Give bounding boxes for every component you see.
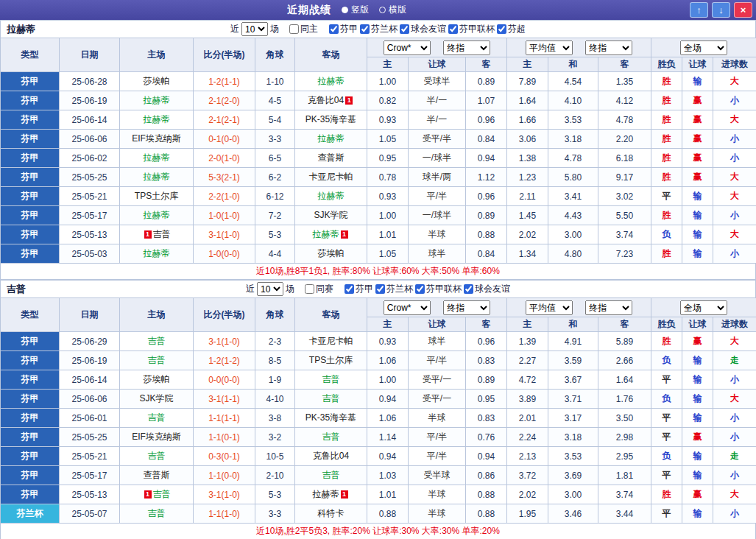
- recent-count-select[interactable]: 10: [257, 282, 283, 296]
- match-row: 芬甲25-05-03拉赫蒂1-0(0-0)4-4莎埃帕1.05球半0.841.3…: [1, 244, 756, 264]
- home-team-cell: 拉赫蒂: [120, 149, 194, 168]
- away-team-name: TPS土尔库: [309, 355, 353, 365]
- full-match-select[interactable]: 全场: [680, 300, 727, 315]
- handicap-cell: 一/球半: [409, 206, 466, 225]
- home-odds-cell: 1.05: [367, 244, 409, 264]
- league-checkbox[interactable]: [375, 284, 385, 294]
- league-cell: 芬甲: [1, 390, 60, 409]
- corners-cell: 3-3: [255, 130, 295, 149]
- score-cell: 1-1(1-0): [194, 504, 255, 524]
- handicap-cell: 半球: [409, 504, 466, 524]
- score-cell: 1-2(1-1): [194, 72, 255, 91]
- odds-source-select[interactable]: Crow*: [384, 40, 431, 55]
- close-icon: ×: [741, 5, 746, 15]
- away-team-cell: 拉赫蒂: [295, 72, 367, 91]
- final-index-select-2[interactable]: 终指: [585, 300, 632, 315]
- col-header-away: 客场: [295, 38, 367, 72]
- league-checkbox[interactable]: [448, 24, 458, 34]
- final-index-select-2[interactable]: 终指: [585, 40, 632, 55]
- league-filter[interactable]: 球会友谊: [464, 283, 510, 295]
- average-select[interactable]: 平均值: [526, 40, 573, 55]
- recent-count-select[interactable]: 10: [241, 22, 268, 36]
- home-team-name: EIF埃克纳斯: [132, 133, 181, 144]
- same-competition-filter[interactable]: 同赛: [305, 283, 333, 295]
- league-filter[interactable]: 芬甲联杯: [448, 23, 495, 35]
- handicap-cell: 受平/一: [409, 370, 466, 390]
- league-cell: 芬甲: [1, 409, 60, 428]
- league-checkbox[interactable]: [497, 24, 506, 34]
- move-up-button[interactable]: ↑: [690, 2, 708, 18]
- league-filter[interactable]: 芬甲联杯: [415, 283, 462, 295]
- result-handicap-cell: 赢: [682, 149, 713, 168]
- league-filter[interactable]: 芬超: [497, 23, 526, 35]
- same-venue-filter[interactable]: 同主: [289, 23, 318, 35]
- layout-radio-horizontal[interactable]: 横版: [379, 4, 406, 16]
- league-checkbox[interactable]: [329, 24, 339, 34]
- close-button[interactable]: ×: [734, 2, 752, 18]
- avg-away-cell: 3.74: [598, 225, 651, 244]
- down-arrow-icon: ↓: [718, 5, 724, 15]
- final-index-select[interactable]: 终指: [443, 300, 490, 315]
- league-filter[interactable]: 芬兰杯: [360, 23, 398, 35]
- result-wdl-cell: 平: [651, 409, 682, 428]
- result-wdl-cell: 平: [651, 370, 682, 390]
- league-filter[interactable]: 芬甲: [345, 283, 373, 295]
- away-team-name: 吉普: [322, 374, 340, 384]
- full-match-select[interactable]: 全场: [680, 40, 727, 55]
- league-checkbox[interactable]: [464, 284, 473, 294]
- league-filter[interactable]: 芬甲: [329, 23, 358, 35]
- home-team-name: 查普斯: [144, 470, 170, 480]
- away-team-cell: 克鲁比041: [295, 91, 367, 110]
- match-row: 芬兰杯25-05-07吉普1-1(1-0)3-3科特卡0.88半球0.881.9…: [1, 504, 756, 524]
- result-goals-cell: 大: [713, 390, 756, 409]
- away-team-name: 拉赫蒂: [318, 133, 345, 144]
- team-name: 吉普: [7, 283, 26, 296]
- home-team-name: 拉赫蒂: [144, 172, 170, 182]
- avg-draw-cell: 3.53: [548, 447, 598, 466]
- match-row: 芬甲25-06-02拉赫蒂2-0(1-0)6-5查普斯0.95一/球半0.941…: [1, 149, 756, 168]
- avg-draw-cell: 4.78: [548, 149, 598, 168]
- league-checkbox[interactable]: [345, 284, 354, 294]
- league-checkbox[interactable]: [360, 24, 370, 34]
- league-checkbox[interactable]: [400, 24, 409, 34]
- corners-cell: 2-10: [255, 466, 295, 485]
- team-section-lahti: 拉赫蒂 近 10 场 同主 芬甲芬兰杯球会友谊芬甲联杯芬超 类型 日期 主场 比…: [0, 20, 756, 280]
- home-team-cell: 吉普: [120, 409, 194, 428]
- average-select[interactable]: 平均值: [526, 300, 573, 315]
- league-cell: 芬甲: [1, 351, 60, 370]
- avg-away-cell: 2.66: [598, 351, 651, 370]
- result-wdl-cell: 平: [651, 428, 682, 447]
- league-filter[interactable]: 芬兰杯: [375, 283, 413, 295]
- away-team-cell: 卡亚尼卡帕: [295, 332, 367, 351]
- radio-vertical-label: 竖版: [351, 4, 369, 16]
- avg-draw-cell: 3.67: [548, 370, 598, 390]
- league-checkbox[interactable]: [415, 284, 425, 294]
- same-competition-checkbox[interactable]: [305, 284, 314, 294]
- league-filter-label: 芬甲联杯: [459, 23, 495, 35]
- result-wdl-cell: 胜: [651, 91, 682, 110]
- result-handicap-cell: 赢: [682, 428, 713, 447]
- average-group-header: 平均值 终指: [507, 298, 651, 317]
- league-filter[interactable]: 球会友谊: [400, 23, 446, 35]
- same-venue-checkbox[interactable]: [289, 24, 299, 34]
- handicap-cell: 平/半: [409, 447, 466, 466]
- match-row: 芬甲25-05-131吉普3-1(1-0)5-3拉赫蒂11.01半球0.882.…: [1, 485, 756, 504]
- score-cell: 2-1(2-1): [194, 110, 255, 130]
- away-team-cell: PK-35海辛基: [295, 409, 367, 428]
- layout-radio-vertical[interactable]: 竖版: [342, 4, 369, 16]
- result-wdl-cell: 胜: [651, 72, 682, 91]
- away-odds-cell: 0.86: [466, 466, 507, 485]
- final-index-select[interactable]: 终指: [443, 40, 490, 55]
- match-row: 芬甲25-06-14拉赫蒂2-1(2-1)5-4PK-35海辛基0.93半/一0…: [1, 110, 756, 130]
- result-wdl-cell: 平: [651, 187, 682, 206]
- avg-away-cell: 4.12: [598, 91, 651, 110]
- corners-cell: 3-8: [255, 409, 295, 428]
- avg-home-cell: 2.27: [507, 351, 548, 370]
- result-group-header: 全场: [651, 38, 756, 57]
- team-name: 拉赫蒂: [7, 23, 35, 36]
- home-team-name: 吉普: [148, 412, 166, 423]
- home-odds-cell: 0.93: [367, 110, 409, 130]
- move-down-button[interactable]: ↓: [712, 2, 730, 18]
- odds-source-select[interactable]: Crow*: [384, 300, 431, 315]
- home-odds-cell: 1.14: [367, 428, 409, 447]
